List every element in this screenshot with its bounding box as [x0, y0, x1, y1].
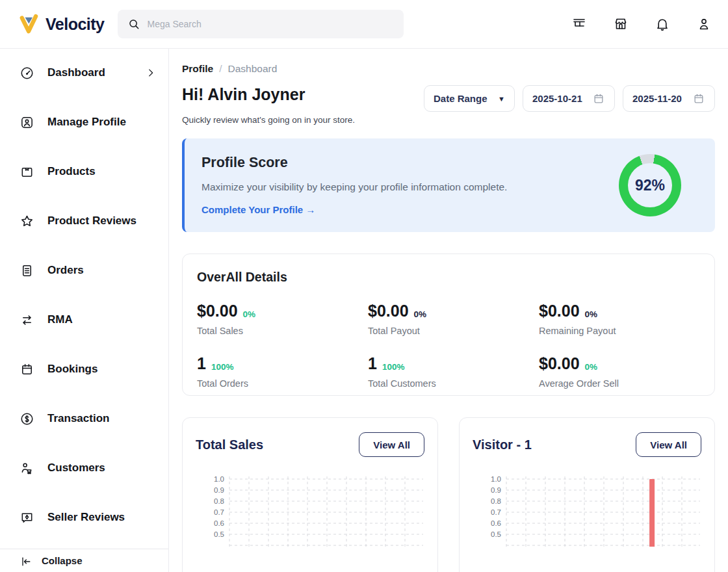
stats-grid: $0.00 0% Total Sales $0.00 0% Total Payo… [197, 302, 700, 389]
stat-average-order-sell: $0.00 0% Average Order Sell [539, 354, 700, 389]
velocity-logo[interactable]: Velocity [17, 13, 105, 35]
page-subtitle: Quickly review what's going on in your s… [182, 115, 355, 125]
logo-text: Velocity [46, 15, 105, 34]
star-icon [20, 214, 34, 229]
page-header: Hi! Alvin Joyner Quickly review what's g… [182, 85, 355, 125]
chevron-right-icon [145, 67, 157, 79]
sidebar-item-label: Products [47, 165, 96, 178]
svg-text:0.6: 0.6 [491, 519, 501, 527]
search-icon [127, 17, 141, 31]
collapse-icon [20, 555, 32, 568]
customer-cart-icon [20, 461, 34, 476]
breadcrumb-profile[interactable]: Profile [182, 63, 213, 75]
box-icon [20, 164, 34, 179]
stat-percent: 0% [585, 362, 598, 373]
topbar-actions [571, 16, 712, 32]
dollar-circle-icon [20, 411, 34, 426]
user-icon[interactable] [696, 16, 712, 32]
sidebar-item-label: Manage Profile [47, 116, 126, 129]
sidebar-item-transaction[interactable]: Transaction [0, 404, 168, 434]
store-icon[interactable] [612, 16, 629, 32]
total-sales-view-all-button[interactable]: View All [359, 432, 424, 457]
svg-text:1.0: 1.0 [491, 475, 501, 483]
sidebar-item-label: RMA [47, 313, 73, 326]
svg-text:0.6: 0.6 [214, 519, 224, 527]
svg-text:0.5: 0.5 [214, 530, 224, 538]
sidebar: Dashboard Manage Profile Products [0, 49, 169, 572]
sidebar-item-label: Transaction [47, 412, 109, 425]
stat-percent: 100% [211, 362, 234, 373]
collapse-label: Collapse [42, 555, 83, 566]
caret-down-icon: ▼ [498, 95, 505, 103]
charts-row: Total Sales View All 1.00.90.80.70.60.5 … [182, 417, 715, 572]
stat-total-orders: 1 100% Total Orders [197, 354, 368, 389]
sidebar-item-seller-reviews[interactable]: Seller Reviews [0, 502, 168, 532]
total-sales-chart-card: Total Sales View All 1.00.90.80.70.60.5 [182, 417, 438, 572]
sidebar-collapse-button[interactable]: Collapse [0, 549, 168, 572]
sidebar-item-bookings[interactable]: Bookings [0, 354, 168, 384]
total-sales-chart-title: Total Sales [196, 437, 263, 452]
svg-text:0.7: 0.7 [214, 508, 224, 516]
bell-icon[interactable] [654, 16, 671, 32]
date-range-select[interactable]: Date Range ▼ [424, 85, 515, 112]
complete-profile-link[interactable]: Complete Your Profile → [202, 204, 315, 215]
svg-text:0.8: 0.8 [214, 497, 224, 505]
sidebar-item-label: Product Reviews [47, 214, 136, 228]
stat-total-customers: 1 100% Total Customers [368, 354, 539, 389]
profile-score-description: Maximize your visibility by keeping your… [202, 179, 507, 196]
sidebar-item-manage-profile[interactable]: Manage Profile [0, 107, 168, 137]
date-filters: Date Range ▼ 2025-10-21 2025-11-20 [424, 85, 715, 112]
svg-text:0.7: 0.7 [491, 508, 501, 516]
stat-label: Total Customers [368, 378, 539, 389]
svg-text:1.0: 1.0 [214, 475, 224, 483]
sidebar-item-label: Bookings [47, 363, 98, 376]
profile-score-donut: 92% [619, 154, 681, 216]
stat-value: 1 [197, 354, 206, 373]
sidebar-item-orders[interactable]: Orders [0, 255, 168, 285]
date-range-label: Date Range [434, 93, 488, 104]
stat-value: $0.00 [368, 302, 409, 320]
stat-label: Remaining Payout [539, 326, 700, 336]
breadcrumb: Profile / Dashboard [182, 63, 715, 75]
stat-percent: 0% [585, 309, 598, 320]
search-input[interactable] [148, 19, 395, 29]
overall-details-title: OverAll Details [197, 270, 700, 285]
stat-label: Total Payout [368, 326, 539, 336]
review-bubble-icon [20, 510, 34, 525]
visitor-chart-card: Visitor - 1 View All 1.00.90.80.70.60.5 [459, 417, 715, 572]
stat-percent: 0% [414, 309, 427, 320]
velocity-logo-icon [17, 13, 40, 35]
svg-text:0.9: 0.9 [491, 486, 501, 494]
svg-text:0.8: 0.8 [491, 497, 501, 505]
stat-percent: 0% [243, 309, 256, 320]
start-date-input[interactable]: 2025-10-21 [523, 85, 615, 112]
stat-label: Average Order Sell [539, 378, 700, 389]
exchange-arrows-icon [20, 313, 34, 328]
start-date-value: 2025-10-21 [532, 93, 582, 104]
sidebar-item-customers[interactable]: Customers [0, 453, 168, 483]
end-date-input[interactable]: 2025-11-20 [623, 85, 715, 112]
user-card-icon [20, 115, 34, 130]
sidebar-item-products[interactable]: Products [0, 157, 168, 187]
mega-search[interactable] [118, 10, 404, 38]
sidebar-item-label: Customers [47, 462, 105, 474]
sidebar-item-rma[interactable]: RMA [0, 305, 168, 335]
gauge-icon [20, 66, 34, 81]
stat-total-sales: $0.00 0% Total Sales [197, 302, 368, 336]
sidebar-item-label: Dashboard [47, 66, 105, 79]
visitor-chart-title: Visitor - 1 [473, 437, 532, 452]
stat-value: 1 [368, 354, 377, 373]
topbar: Velocity [0, 0, 728, 49]
sidebar-item-dashboard[interactable]: Dashboard [0, 58, 168, 88]
stat-value: $0.00 [539, 354, 580, 373]
sidebar-item-label: Seller Reviews [47, 511, 125, 524]
breadcrumb-separator: / [219, 63, 222, 75]
sidebar-item-product-reviews[interactable]: Product Reviews [0, 206, 168, 236]
storefront-icon[interactable] [571, 16, 588, 32]
stat-value: $0.00 [539, 302, 580, 320]
visitor-view-all-button[interactable]: View All [636, 432, 701, 457]
visitor-chart: 1.00.90.80.70.60.5 [473, 474, 701, 547]
stat-total-payout: $0.00 0% Total Payout [368, 302, 539, 336]
sidebar-item-label: Orders [47, 264, 84, 277]
total-sales-chart: 1.00.90.80.70.60.5 [196, 474, 424, 547]
